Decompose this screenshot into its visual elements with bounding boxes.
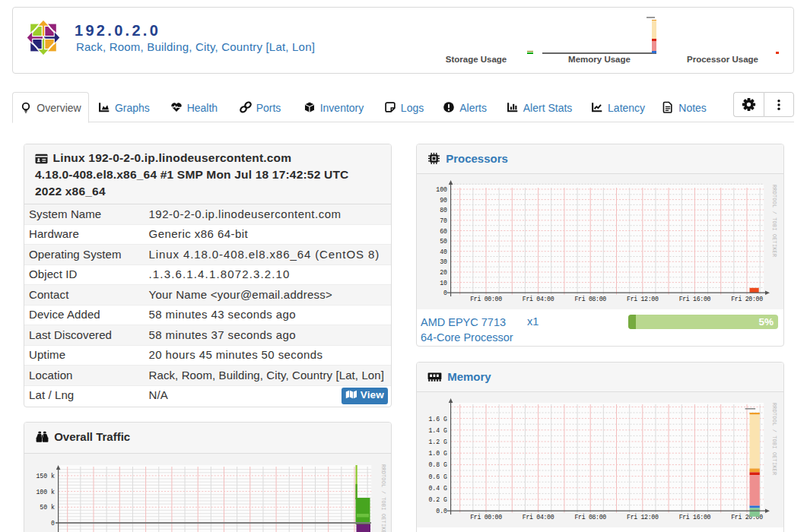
svg-text:0.4 G: 0.4 G: [428, 485, 447, 492]
svg-text:80: 80: [440, 207, 447, 214]
svg-text:Fri 12:00: Fri 12:00: [627, 514, 659, 521]
svg-text:Fri 00:00: Fri 00:00: [470, 296, 502, 302]
svg-text:0.2 G: 0.2 G: [428, 496, 447, 503]
svg-text:90: 90: [440, 197, 447, 204]
svg-text:Fri 20:00: Fri 20:00: [731, 296, 763, 302]
svg-text:Fri 16:00: Fri 16:00: [679, 296, 711, 302]
svg-text:Fri 00:00: Fri 00:00: [470, 514, 502, 521]
svg-text:20: 20: [440, 269, 447, 276]
svg-text:0: 0: [51, 520, 55, 527]
svg-text:60: 60: [440, 228, 447, 235]
svg-text:Fri 12:00: Fri 12:00: [627, 296, 659, 302]
svg-text:0.0: 0.0: [436, 508, 447, 515]
svg-text:RRDTOOL / TOBI OETIKER: RRDTOOL / TOBI OETIKER: [380, 464, 386, 532]
svg-text:0.8 G: 0.8 G: [428, 461, 447, 468]
svg-text:1.4 G: 1.4 G: [428, 427, 447, 434]
svg-text:Fri 04:00: Fri 04:00: [523, 296, 554, 302]
svg-text:1.6 G: 1.6 G: [428, 416, 447, 423]
svg-text:100: 100: [436, 186, 447, 193]
svg-text:Fri 08:00: Fri 08:00: [574, 296, 606, 302]
svg-text:0.6 G: 0.6 G: [428, 473, 447, 480]
svg-text:150 k: 150 k: [36, 473, 55, 480]
svg-text:100 k: 100 k: [36, 489, 55, 496]
svg-text:30: 30: [440, 258, 447, 265]
svg-text:0: 0: [443, 290, 447, 296]
svg-text:50 k: 50 k: [40, 504, 55, 511]
svg-text:1.0 G: 1.0 G: [428, 450, 447, 457]
svg-text:Fri 04:00: Fri 04:00: [523, 514, 554, 521]
svg-text:RRDTOOL / TOBI OETIKER: RRDTOOL / TOBI OETIKER: [771, 185, 777, 257]
svg-text:70: 70: [440, 217, 447, 224]
svg-text:40: 40: [440, 249, 447, 255]
svg-text:RRDTOOL / TOBI OETIKER: RRDTOOL / TOBI OETIKER: [771, 403, 777, 475]
svg-text:10: 10: [440, 280, 447, 287]
svg-text:50: 50: [440, 238, 447, 245]
svg-text:1.2 G: 1.2 G: [428, 439, 447, 445]
svg-text:Fri 08:00: Fri 08:00: [574, 514, 606, 521]
svg-text:Fri 16:00: Fri 16:00: [679, 514, 711, 521]
